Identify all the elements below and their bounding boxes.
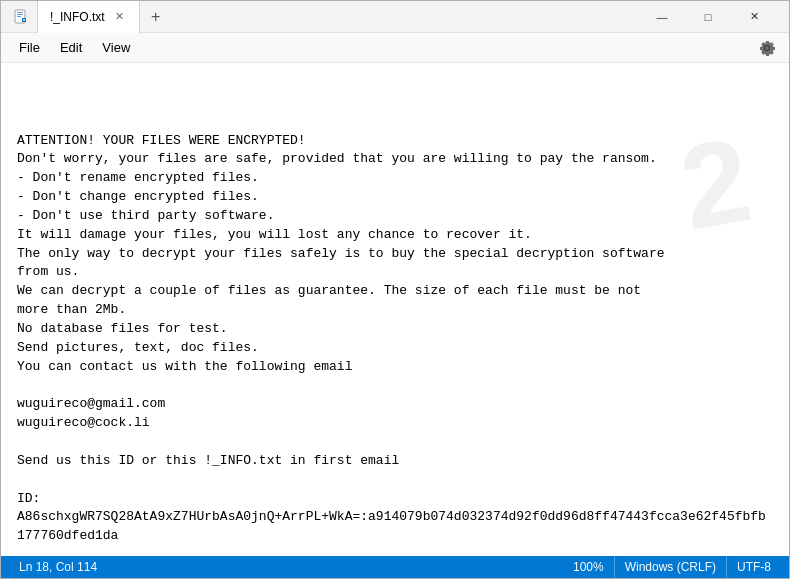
tab-info-txt[interactable]: !_INFO.txt ✕ — [37, 1, 140, 33]
window-controls: — □ ✕ — [639, 1, 777, 33]
menu-file[interactable]: File — [9, 36, 50, 59]
svg-rect-1 — [17, 12, 23, 13]
svg-rect-2 — [17, 14, 23, 15]
svg-rect-3 — [17, 16, 21, 17]
close-button[interactable]: ✕ — [731, 1, 777, 33]
text-content-area[interactable]: 2 ATTENTION! YOUR FILES WERE ENCRYPTED! … — [1, 63, 789, 556]
titlebar: !_INFO.txt ✕ + — □ ✕ — [1, 1, 789, 33]
tab-label: !_INFO.txt — [50, 10, 105, 24]
menu-view[interactable]: View — [92, 36, 140, 59]
menu-edit[interactable]: Edit — [50, 36, 92, 59]
status-zoom[interactable]: 100% — [563, 556, 614, 578]
minimize-button[interactable]: — — [639, 1, 685, 33]
tab-strip: !_INFO.txt ✕ + — [37, 1, 172, 33]
statusbar: Ln 18, Col 114 100% Windows (CRLF) UTF-8 — [1, 556, 789, 578]
file-text[interactable]: ATTENTION! YOUR FILES WERE ENCRYPTED! Do… — [17, 132, 773, 547]
menubar: File Edit View — [1, 33, 789, 63]
status-encoding[interactable]: UTF-8 — [726, 556, 781, 578]
gear-icon — [759, 40, 775, 56]
status-line-ending[interactable]: Windows (CRLF) — [614, 556, 726, 578]
tab-close-button[interactable]: ✕ — [113, 10, 127, 24]
new-tab-button[interactable]: + — [140, 1, 172, 33]
notepad-window: !_INFO.txt ✕ + — □ ✕ File Edit View 2 AT… — [0, 0, 790, 579]
settings-button[interactable] — [753, 34, 781, 62]
maximize-button[interactable]: □ — [685, 1, 731, 33]
status-position: Ln 18, Col 114 — [9, 556, 107, 578]
notepad-icon — [13, 9, 29, 25]
status-right-group: 100% Windows (CRLF) UTF-8 — [563, 556, 781, 578]
